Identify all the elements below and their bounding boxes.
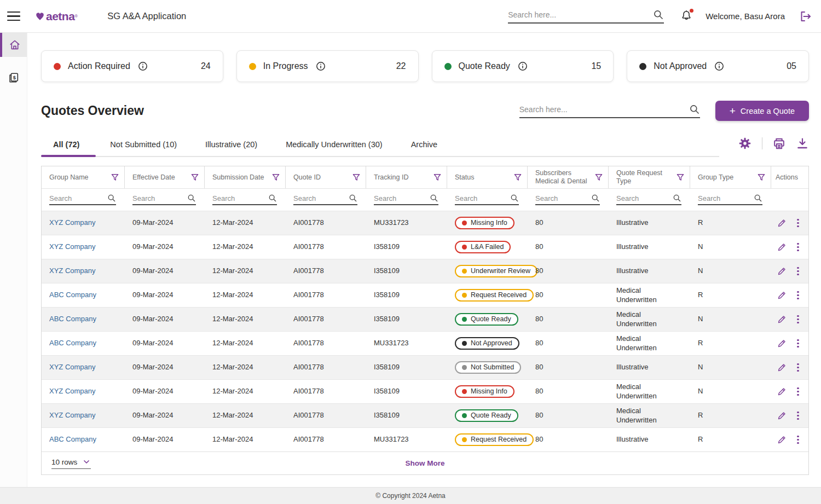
edit-pencil-icon[interactable] [777, 266, 787, 276]
subscribers-cell: 80 [528, 235, 609, 259]
effective-date-cell: 09-Mar-2024 [125, 332, 205, 355]
group-name-link[interactable]: XYZ Company [49, 387, 96, 396]
group-name-link[interactable]: XYZ Company [49, 242, 96, 251]
search-icon [673, 194, 681, 202]
group-name-link[interactable]: ABC Company [49, 291, 96, 299]
column-search-input[interactable] [455, 194, 510, 202]
sidebar-item-billing[interactable]: $ [0, 66, 27, 90]
summary-card-action-required: Action Required 24 [41, 50, 223, 82]
edit-pencil-icon[interactable] [777, 290, 787, 300]
hamburger-menu-icon[interactable] [0, 11, 27, 21]
search-icon[interactable] [689, 104, 700, 115]
group-name-link[interactable]: XYZ Company [49, 411, 96, 420]
kebab-menu-icon[interactable] [795, 265, 801, 277]
status-dot [462, 437, 467, 442]
column-search-input[interactable] [293, 194, 349, 202]
column-search-input[interactable] [535, 194, 591, 202]
quote-id-cell: AI001778 [286, 404, 366, 427]
global-search[interactable] [508, 9, 664, 24]
sidebar-item-home[interactable] [0, 33, 27, 57]
filter-funnel-icon[interactable] [756, 172, 766, 182]
column-search[interactable] [535, 194, 600, 205]
column-search-input[interactable] [374, 194, 430, 202]
edit-pencil-icon[interactable] [777, 386, 787, 397]
group-name-link[interactable]: XYZ Company [49, 218, 96, 227]
kebab-menu-icon[interactable] [795, 338, 801, 350]
quote-id-cell: AI001778 [286, 428, 366, 451]
kebab-menu-icon[interactable] [795, 314, 801, 326]
tab-archive[interactable]: Archive [397, 134, 452, 156]
column-search-input[interactable] [212, 194, 268, 202]
logout-icon[interactable] [799, 10, 812, 23]
edit-pencil-icon[interactable] [777, 435, 787, 445]
group-name-link[interactable]: XYZ Company [49, 267, 96, 275]
column-search-input[interactable] [698, 194, 754, 202]
column-search[interactable] [49, 194, 116, 205]
filter-funnel-icon[interactable] [190, 172, 200, 182]
subscribers-cell: 80 [528, 308, 609, 331]
global-search-input[interactable] [508, 10, 653, 19]
download-icon[interactable] [796, 137, 809, 150]
filter-funnel-icon[interactable] [110, 172, 120, 182]
filter-funnel-icon[interactable] [513, 172, 523, 182]
kebab-menu-icon[interactable] [795, 434, 801, 446]
info-icon[interactable] [714, 61, 725, 72]
rows-per-page-select[interactable]: 10 rows [51, 457, 91, 469]
info-icon[interactable] [137, 61, 148, 72]
create-quote-button[interactable]: + Create a Quote [715, 101, 809, 121]
group-name-link[interactable]: XYZ Company [49, 363, 96, 372]
edit-pencil-icon[interactable] [777, 410, 787, 421]
home-icon [9, 39, 21, 51]
kebab-menu-icon[interactable] [795, 386, 801, 398]
effective-date-cell: 09-Mar-2024 [125, 308, 205, 331]
column-search-input[interactable] [132, 194, 187, 202]
top-bar: aetna ® SG A&A Application Welcome, Basu… [0, 0, 821, 33]
column-search[interactable] [698, 194, 762, 205]
filter-funnel-icon[interactable] [432, 172, 442, 182]
filter-funnel-icon[interactable] [271, 172, 281, 182]
quotes-search[interactable] [519, 104, 700, 118]
column-search[interactable] [616, 194, 681, 205]
group-name-link[interactable]: ABC Company [49, 315, 96, 323]
filter-funnel-icon[interactable] [675, 172, 685, 182]
edit-pencil-icon[interactable] [777, 338, 787, 349]
subscribers-cell: 80 [528, 211, 609, 235]
column-search[interactable] [455, 194, 519, 205]
kebab-menu-icon[interactable] [795, 362, 801, 374]
search-icon[interactable] [653, 9, 664, 20]
filter-funnel-icon[interactable] [351, 172, 361, 182]
info-icon[interactable] [517, 61, 528, 72]
table-row: XYZ Company 09-Mar-2024 12-Mar-2024 AI00… [42, 259, 808, 283]
tab-not-submitted[interactable]: Not Submitted (10) [96, 134, 191, 156]
column-search-input[interactable] [49, 194, 107, 202]
welcome-text: Welcome, Basu Arora [706, 11, 785, 21]
edit-pencil-icon[interactable] [777, 218, 787, 228]
status-dot [462, 389, 467, 394]
tab-all[interactable]: All (72) [41, 134, 96, 156]
tab-illustrative[interactable]: Illustrative (20) [191, 134, 271, 156]
table-row: ABC Company 09-Mar-2024 12-Mar-2024 AI00… [42, 283, 808, 307]
tab-medically-underwritten[interactable]: Medically Underwritten (30) [271, 134, 396, 156]
edit-pencil-icon[interactable] [777, 362, 787, 373]
kebab-menu-icon[interactable] [795, 217, 801, 229]
show-more-link[interactable]: Show More [405, 459, 444, 467]
info-icon[interactable] [315, 61, 326, 72]
group-name-link[interactable]: ABC Company [49, 339, 96, 347]
kebab-menu-icon[interactable] [795, 410, 801, 422]
notifications-bell-icon[interactable] [680, 9, 692, 24]
settings-gear-icon[interactable] [738, 136, 752, 150]
edit-pencil-icon[interactable] [777, 242, 787, 252]
column-search[interactable] [374, 194, 438, 205]
group-name-link[interactable]: ABC Company [49, 435, 96, 444]
column-search[interactable] [293, 194, 357, 205]
column-search[interactable] [132, 194, 196, 205]
column-search-input[interactable] [616, 194, 673, 202]
kebab-menu-icon[interactable] [795, 241, 801, 253]
edit-pencil-icon[interactable] [777, 314, 787, 325]
kebab-menu-icon[interactable] [795, 289, 801, 302]
print-icon[interactable] [772, 137, 786, 150]
status-badge: L&A Failed [455, 241, 511, 253]
quotes-search-input[interactable] [519, 105, 689, 114]
column-search[interactable] [212, 194, 277, 205]
filter-funnel-icon[interactable] [594, 172, 604, 182]
